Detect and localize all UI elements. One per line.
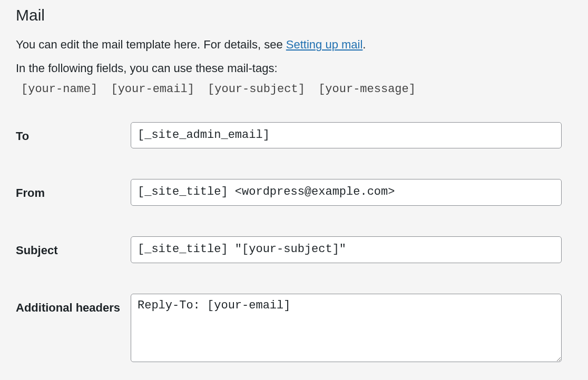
subject-label: Subject — [16, 236, 131, 294]
setting-up-mail-link[interactable]: Setting up mail — [286, 38, 363, 51]
to-input[interactable] — [131, 122, 562, 149]
from-label: From — [16, 179, 131, 236]
headers-textarea[interactable] — [131, 294, 562, 362]
subject-input[interactable] — [131, 236, 562, 263]
to-label: To — [16, 122, 131, 179]
section-title: Mail — [16, 6, 572, 24]
desc-prefix: You can edit the mail template here. For… — [16, 38, 286, 51]
desc-suffix: . — [362, 38, 366, 51]
mail-form-table: To From Subject Additional headers — [16, 122, 572, 364]
from-input[interactable] — [131, 179, 562, 206]
mail-tag-your-name: [your-name] — [21, 83, 97, 96]
description-line-2: In the following fields, you can use the… — [16, 58, 572, 78]
mail-tags: [your-name] [your-email] [your-subject] … — [21, 83, 572, 96]
mail-tag-your-message: [your-message] — [318, 83, 416, 96]
description-line-1: You can edit the mail template here. For… — [16, 35, 572, 54]
headers-label: Additional headers — [16, 294, 131, 364]
mail-tag-your-subject: [your-subject] — [208, 83, 305, 96]
mail-tag-your-email: [your-email] — [111, 83, 194, 96]
